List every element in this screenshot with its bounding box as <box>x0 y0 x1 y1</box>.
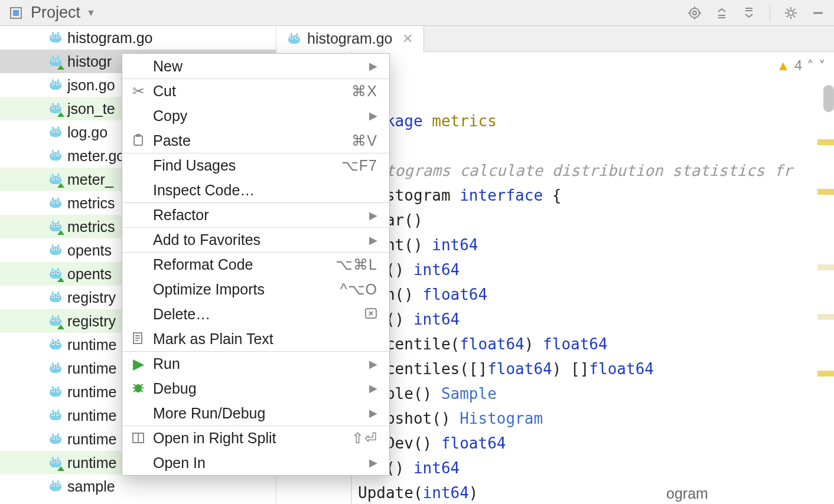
go-file-icon <box>48 314 63 328</box>
go-file-icon <box>48 267 63 281</box>
file-name-label: meter.go <box>67 148 125 165</box>
menu-run[interactable]: ▶ Run ▶ <box>122 351 389 376</box>
submenu-arrow-icon: ▶ <box>369 234 377 247</box>
submenu-arrow-icon: ▶ <box>369 407 377 420</box>
menu-mark-plain-text[interactable]: Mark as Plain Text <box>122 326 389 351</box>
menu-cut[interactable]: ✂ Cut ⌘X <box>122 78 389 103</box>
menu-inspect-code[interactable]: Inspect Code… <box>122 178 389 202</box>
menu-refactor[interactable]: Refactor ▶ <box>122 202 389 227</box>
file-name-label: histogr <box>67 53 112 70</box>
file-name-label: runtime <box>67 407 116 424</box>
collapse-all-icon[interactable] <box>739 3 759 23</box>
go-file-icon <box>48 456 63 470</box>
file-name-label: runtime <box>67 454 116 472</box>
menu-delete[interactable]: Delete… <box>122 302 389 326</box>
menu-new[interactable]: New ▶ <box>122 54 389 78</box>
breadcrumb[interactable]: ogram <box>666 483 708 504</box>
menu-add-favorites[interactable]: Add to Favorites ▶ <box>122 227 389 252</box>
project-toolbar: Project ▼ <box>0 0 834 26</box>
file-tree-item[interactable]: sample <box>0 474 276 498</box>
clipboard-icon <box>131 132 146 149</box>
menu-copy[interactable]: Copy ▶ <box>122 103 389 128</box>
svg-point-10 <box>693 11 696 15</box>
file-name-label: runtime <box>67 336 116 354</box>
delete-icon <box>364 306 377 323</box>
file-name-label: runtime <box>67 360 116 377</box>
menu-find-usages[interactable]: Find Usages ⌥F7 <box>122 153 389 178</box>
go-file-icon <box>48 196 63 210</box>
editor-tab-filename: histogram.go <box>307 30 393 47</box>
warning-count: 4 <box>794 58 802 74</box>
file-name-label: registry <box>67 313 116 330</box>
project-selector[interactable]: Project ▼ <box>26 4 100 22</box>
editor-tab-bar: histogram.go ✕ <box>276 26 834 52</box>
menu-debug[interactable]: Debug ▶ <box>122 376 389 401</box>
file-name-label: metrics <box>67 218 115 235</box>
code-area[interactable]: package metrics Histograms calculate dis… <box>352 52 834 504</box>
submenu-arrow-icon: ▶ <box>369 358 377 371</box>
close-icon[interactable]: ✕ <box>402 31 413 47</box>
file-name-label: registry <box>67 289 116 306</box>
gear-icon[interactable] <box>781 3 801 23</box>
file-name-label: opents <box>67 266 112 283</box>
select-opened-file-icon[interactable] <box>685 3 705 23</box>
plain-text-icon <box>131 330 146 348</box>
warning-icon: ▲ <box>776 58 790 74</box>
run-icon: ▶ <box>131 355 146 372</box>
submenu-arrow-icon: ▶ <box>369 60 377 73</box>
chevron-down-icon: ▼ <box>86 8 96 18</box>
minimize-icon[interactable] <box>808 3 828 23</box>
scissors-icon: ✂ <box>131 83 146 100</box>
go-file-icon <box>48 408 63 423</box>
menu-more-run-debug[interactable]: More Run/Debug ▶ <box>122 401 389 426</box>
go-file-icon <box>287 32 301 46</box>
go-file-icon <box>48 220 63 234</box>
chevron-up-icon[interactable]: ˄ <box>807 58 814 74</box>
svg-point-9 <box>690 8 699 18</box>
module-icon <box>6 3 26 23</box>
file-name-label: meter_ <box>67 171 113 188</box>
expand-all-icon[interactable] <box>712 3 732 23</box>
go-file-icon <box>48 125 63 139</box>
bug-icon <box>131 380 146 397</box>
svg-rect-8 <box>13 10 19 16</box>
split-right-icon <box>131 430 146 447</box>
file-name-label: json_te <box>67 100 115 117</box>
menu-reformat[interactable]: Reformat Code ⌥⌘L <box>122 252 389 277</box>
go-file-icon <box>48 385 63 399</box>
file-name-label: json.go <box>67 77 115 94</box>
go-file-icon <box>48 432 63 446</box>
svg-point-15 <box>789 11 793 15</box>
file-name-label: metrics <box>67 195 115 212</box>
error-stripe[interactable] <box>817 52 834 504</box>
go-file-icon <box>48 172 63 186</box>
go-file-icon <box>48 290 63 305</box>
file-name-label: log.go <box>67 124 107 141</box>
file-name-label: opents <box>67 242 112 259</box>
svg-rect-18 <box>136 134 141 137</box>
menu-optimize-imports[interactable]: Optimize Imports ^⌥O <box>122 277 389 302</box>
submenu-arrow-icon: ▶ <box>369 456 377 469</box>
go-file-icon <box>48 54 63 68</box>
file-name-label: runtime <box>67 384 116 401</box>
go-file-icon <box>48 479 63 493</box>
submenu-arrow-icon: ▶ <box>369 382 377 395</box>
go-file-icon <box>48 31 63 45</box>
svg-line-30 <box>141 390 143 392</box>
context-menu: New ▶ ✂ Cut ⌘X Copy ▶ Paste ⌘V Find Usag… <box>122 53 390 476</box>
project-selector-label: Project <box>31 4 80 22</box>
file-tree-item[interactable]: histogram.go <box>0 26 276 50</box>
go-file-icon <box>48 78 63 92</box>
file-name-label: histogram.go <box>67 30 153 47</box>
go-file-icon <box>48 102 63 116</box>
submenu-arrow-icon: ▶ <box>369 209 377 222</box>
svg-rect-17 <box>134 136 142 145</box>
menu-open-right-split[interactable]: Open in Right Split ⇧⏎ <box>122 426 389 450</box>
file-name-label: runtime <box>67 431 116 448</box>
menu-open-in[interactable]: Open In ▶ <box>122 450 389 475</box>
go-file-icon <box>48 361 63 375</box>
menu-paste[interactable]: Paste ⌘V <box>122 128 389 153</box>
go-file-icon <box>48 338 63 352</box>
go-file-icon <box>48 149 63 163</box>
editor-tab[interactable]: histogram.go ✕ <box>276 26 424 52</box>
